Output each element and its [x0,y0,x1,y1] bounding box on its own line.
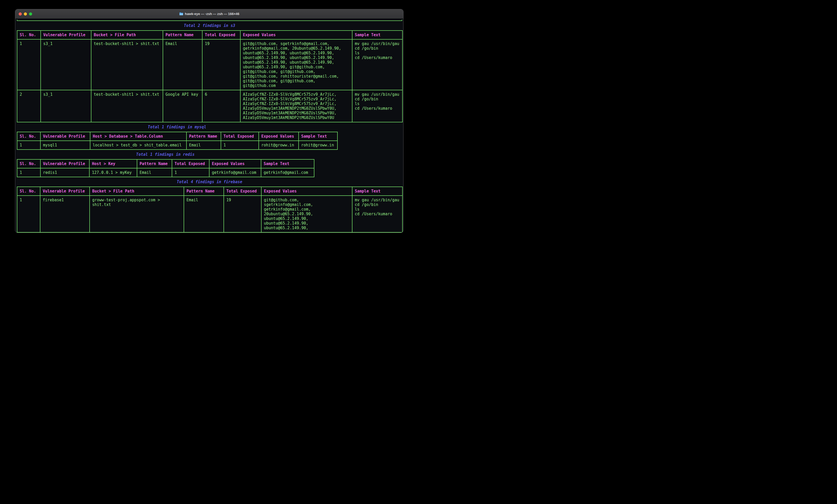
table-cell: git@github.com, sgetrkinfo@gmail.com, ge… [240,39,352,90]
table-cell: localhost > test_db > shit_table.email [90,141,186,150]
header-row: Sl. No.Vulnerable ProfileBucket > File P… [17,187,403,195]
table-cell: Email [137,168,172,177]
table-cell: firebase1 [40,195,90,232]
header-row: Sl. No.Vulnerable ProfileHost > Database… [17,132,337,141]
table-cell: mv gau /usr/bin/gau cd /go/bin ls cd /Us… [352,90,403,122]
table-cell: 127.0.0.1 > myKey [89,168,137,177]
column-header: Sl. No. [17,132,40,141]
table-row: 1s3_1test-bucket-shit1 > shit.txtEmail19… [17,39,403,90]
column-header: Sl. No. [17,187,40,195]
table-cell: 1 [17,39,41,90]
section-heading-s3: Total 2 findings in s3 [17,23,402,28]
column-header: Pattern Name [137,160,172,168]
table-cell: Google API key [163,90,202,122]
section-heading-firebase: Total 4 findings in firebase [17,180,402,184]
section-heading-redis: Total 1 findings in redis [17,152,314,157]
column-header: Pattern Name [184,187,224,195]
findings-table-firebase: Sl. No.Vulnerable ProfileBucket > File P… [17,187,403,232]
column-header: Sl. No. [17,31,41,39]
section-heading-mysql: Total 1 findings in mysql [17,125,337,129]
table-cell: rohit@groww.in [259,141,299,150]
header-row: Sl. No.Vulnerable ProfileHost > KeyPatte… [17,160,314,168]
column-header: Vulnerable Profile [40,187,90,195]
column-header: Total Exposed [224,187,261,195]
column-header: Sample Text [352,31,403,39]
table-cell: test-bucket-shit1 > shit.txt [91,39,163,90]
column-header: Total Exposed [221,132,259,141]
findings-table-mysql: Sl. No.Vulnerable ProfileHost > Database… [17,132,338,150]
table-cell: s3_1 [41,39,91,90]
table-cell: AIzaSyCfNZ-IZx0-SlVcVg8MCr575zv9_Ar7jLc,… [240,90,352,122]
terminal-screen[interactable]: Total 2 findings in s3Sl. No.Vulnerable … [15,19,403,232]
column-header: Vulnerable Profile [41,31,91,39]
terminal-window: hawk-eye — -zsh — zsh — 166×46 Total 2 f… [15,9,404,233]
table-cell: 19 [202,39,240,90]
findings-table-s3: Sl. No.Vulnerable ProfileBucket > File P… [17,30,403,123]
table-cell: getrkinfo@gmail.com [261,168,314,177]
column-header: Sample Text [299,132,337,141]
column-header: Vulnerable Profile [40,160,89,168]
column-header: Host > Database > Table.Column [90,132,186,141]
column-header: Sl. No. [17,160,40,168]
column-header: Bucket > File Path [91,31,163,39]
column-header: Pattern Name [186,132,221,141]
close-button[interactable] [19,13,22,16]
table-cell: git@github.com, sgetrkinfo@gmail.com, ge… [261,195,352,232]
findings-table-redis: Sl. No.Vulnerable ProfileHost > KeyPatte… [17,159,315,177]
header-row: Sl. No.Vulnerable ProfileBucket > File P… [17,31,403,39]
column-header: Sample Text [261,160,314,168]
table-cell: groww-test-proj.appspot.com > shit.txt [90,195,184,232]
table-cell: Email [184,195,224,232]
column-header: Total Exposed [202,31,240,39]
column-header: Exposed Values [259,132,299,141]
table-cell: mysql1 [40,141,90,150]
minimize-button[interactable] [24,13,27,16]
scan-findings-output: Total 2 findings in s3Sl. No.Vulnerable … [17,23,403,232]
table-cell: Email [186,141,221,150]
table-cell: 6 [202,90,240,122]
table-cell: 1 [221,141,259,150]
table-cell: 19 [224,195,261,232]
zoom-button[interactable] [29,13,32,16]
truncated-table-bottom-edge [17,20,402,21]
folder-icon [179,12,183,16]
column-header: Total Exposed [172,160,209,168]
window-title: hawk-eye — -zsh — zsh — 166×46 [179,12,239,16]
table-cell: Email [163,39,202,90]
column-header: Pattern Name [163,31,202,39]
table-row: 1redis1127.0.0.1 > myKeyEmail1getrkinfo@… [17,168,314,177]
column-header: Bucket > File Path [90,187,184,195]
column-header: Sample Text [352,187,403,195]
window-titlebar[interactable]: hawk-eye — -zsh — zsh — 166×46 [15,9,403,19]
table-cell: 1 [172,168,209,177]
table-cell: 1 [17,168,40,177]
table-row: 2s3_1test-bucket-shit1 > shit.txtGoogle … [17,90,403,122]
window-title-text: hawk-eye — -zsh — zsh — 166×46 [185,12,239,16]
column-header: Host > Key [89,160,137,168]
table-cell: 1 [17,141,40,150]
column-header: Exposed Values [261,187,352,195]
table-cell: s3_1 [41,90,91,122]
column-header: Exposed Values [240,31,352,39]
column-header: Exposed Values [209,160,261,168]
table-cell: getrkinfo@gmail.com [209,168,261,177]
table-cell: 1 [17,195,40,232]
table-cell: mv gau /usr/bin/gau cd /go/bin ls cd /Us… [352,39,403,90]
column-header: Vulnerable Profile [40,132,90,141]
table-cell: redis1 [40,168,89,177]
table-cell: test-bucket-shit1 > shit.txt [91,90,163,122]
table-cell: 2 [17,90,41,122]
desktop-background: hawk-eye — -zsh — zsh — 166×46 Total 2 f… [0,0,418,252]
table-row: 1mysql1localhost > test_db > shit_table.… [17,141,337,150]
table-row: 1firebase1groww-test-proj.appspot.com > … [17,195,403,232]
traffic-lights [19,13,32,16]
table-cell: mv gau /usr/bin/gau cd /go/bin ls cd /Us… [352,195,403,232]
table-cell: rohit@groww.in [299,141,337,150]
